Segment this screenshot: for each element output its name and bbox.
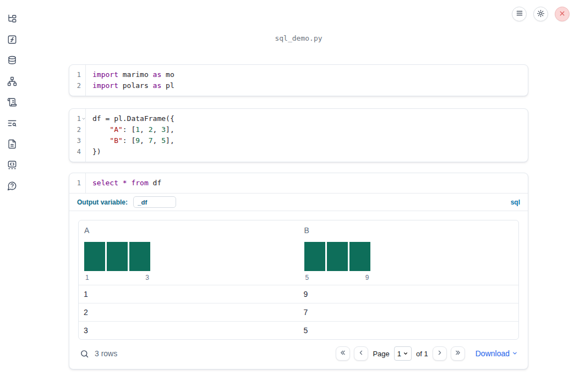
code-token: 3 bbox=[161, 125, 166, 134]
download-label: Download bbox=[475, 349, 510, 358]
text-search-icon[interactable] bbox=[7, 118, 18, 129]
notebook-actions bbox=[512, 7, 570, 21]
prev-page-button[interactable] bbox=[354, 346, 368, 361]
database-icon[interactable] bbox=[7, 55, 18, 66]
line-number: 3 bbox=[69, 135, 85, 146]
tick-min: 1 bbox=[85, 274, 89, 281]
code-token: }) bbox=[92, 147, 101, 156]
histogram-bar bbox=[129, 242, 150, 271]
download-button[interactable]: Download bbox=[475, 349, 518, 358]
table-row: 27 bbox=[79, 303, 518, 321]
line-number-gutter: 1 bbox=[69, 173, 86, 193]
histogram-bar bbox=[304, 242, 325, 271]
table-cell: 3 bbox=[79, 326, 299, 335]
code-token: from bbox=[131, 179, 148, 187]
last-page-button[interactable] bbox=[451, 346, 465, 361]
pagination: Page 1 of 1 bbox=[336, 346, 518, 361]
notebook-filename: sql_demo.py bbox=[69, 34, 528, 42]
code-cell-dataframe[interactable]: 1234 df = pl.DataFrame({ "A": [1, 2, 3],… bbox=[69, 108, 528, 162]
output-variable-label: Output variable: bbox=[77, 198, 128, 206]
code-token: 9 bbox=[135, 136, 140, 145]
table-body: 192735 bbox=[79, 285, 518, 339]
table-cell: 1 bbox=[79, 290, 299, 299]
line-number: 2 bbox=[69, 80, 85, 91]
code-line: import marimo as mo bbox=[92, 69, 528, 80]
scroll-logs-icon[interactable] bbox=[7, 97, 18, 108]
page-select-value: 1 bbox=[397, 350, 401, 358]
tick-min: 5 bbox=[305, 274, 309, 281]
histogram-bar bbox=[349, 242, 370, 271]
code-cell-imports[interactable]: 12 import marimo as moimport polars as p… bbox=[69, 64, 528, 96]
code-token: ], bbox=[166, 125, 174, 134]
search-icon[interactable] bbox=[79, 349, 89, 358]
code-editor[interactable]: select * from df bbox=[86, 173, 528, 193]
settings-button[interactable] bbox=[533, 7, 548, 21]
chevrons-right-icon bbox=[454, 349, 461, 358]
page-label: Page bbox=[373, 350, 389, 358]
output-variable-input[interactable] bbox=[133, 196, 176, 208]
table-header: A 1 3 B bbox=[79, 220, 518, 285]
dependency-graph-icon[interactable] bbox=[7, 76, 18, 87]
row-count: 3 rows bbox=[95, 349, 117, 358]
file-tree-icon[interactable] bbox=[7, 13, 18, 24]
chevron-down-icon bbox=[403, 350, 408, 358]
code-line: select * from df bbox=[92, 178, 528, 189]
column-header-a[interactable]: A 1 3 bbox=[79, 220, 299, 285]
histogram-ticks: 1 3 bbox=[84, 274, 150, 281]
column-label: B bbox=[304, 226, 515, 235]
code-token: ], bbox=[166, 136, 174, 145]
document-icon[interactable] bbox=[7, 139, 18, 150]
shutdown-button[interactable] bbox=[555, 7, 570, 21]
dataframe-table: A 1 3 B bbox=[78, 220, 519, 340]
code-token: : [ bbox=[123, 125, 135, 134]
code-token: , bbox=[153, 125, 162, 134]
code-token: , bbox=[140, 136, 149, 145]
code-token: import bbox=[92, 70, 118, 79]
column-header-b[interactable]: B 5 9 bbox=[299, 220, 519, 285]
close-x-icon bbox=[559, 10, 566, 19]
table-row: 35 bbox=[79, 321, 518, 339]
histogram-a bbox=[84, 242, 294, 271]
fold-chevron-down-icon[interactable] bbox=[81, 115, 86, 122]
histogram-bar bbox=[327, 242, 348, 271]
code-token: "A" bbox=[110, 125, 122, 134]
code-editor[interactable]: import marimo as moimport polars as pl bbox=[86, 65, 528, 96]
histogram-bar bbox=[84, 242, 105, 271]
first-page-button[interactable] bbox=[336, 346, 350, 361]
code-token: , bbox=[153, 136, 162, 145]
code-line: df = pl.DataFrame({ bbox=[92, 113, 528, 124]
code-token: "B" bbox=[110, 136, 122, 145]
chevron-left-icon bbox=[358, 349, 365, 358]
chevron-right-icon bbox=[436, 349, 443, 358]
next-page-button[interactable] bbox=[433, 346, 447, 361]
table-cell: 9 bbox=[299, 290, 519, 299]
function-square-icon[interactable] bbox=[7, 34, 18, 45]
menu-button[interactable] bbox=[512, 7, 527, 21]
code-token bbox=[92, 125, 110, 134]
code-token: import bbox=[92, 81, 118, 90]
code-token: df = pl.DataFrame({ bbox=[92, 114, 174, 123]
notebook-cells: 12 import marimo as moimport polars as p… bbox=[69, 64, 528, 369]
code-token bbox=[92, 136, 110, 145]
gear-icon bbox=[537, 9, 545, 19]
table-cell: 2 bbox=[79, 308, 299, 317]
chevrons-left-icon bbox=[340, 349, 347, 358]
code-snippets-icon[interactable] bbox=[7, 159, 18, 170]
line-number: 1 bbox=[69, 69, 85, 80]
line-number: 1 bbox=[69, 178, 85, 189]
code-token: * bbox=[123, 179, 127, 187]
line-number-gutter: 12 bbox=[69, 65, 86, 96]
code-line: "B": [9, 7, 5], bbox=[92, 135, 528, 146]
code-line: "A": [1, 2, 3], bbox=[92, 124, 528, 135]
code-token: pl bbox=[161, 81, 174, 90]
code-token bbox=[118, 179, 123, 187]
line-number-gutter: 1234 bbox=[69, 109, 86, 162]
hamburger-icon bbox=[516, 9, 523, 19]
histogram-b bbox=[304, 242, 515, 271]
help-bubble-icon[interactable] bbox=[7, 180, 18, 191]
code-token: df bbox=[149, 179, 161, 187]
sql-editor[interactable]: 1 select * from df bbox=[69, 173, 528, 193]
page-select[interactable]: 1 bbox=[394, 346, 412, 361]
code-editor[interactable]: df = pl.DataFrame({ "A": [1, 2, 3], "B":… bbox=[86, 109, 528, 162]
chevron-down-icon bbox=[512, 349, 518, 358]
